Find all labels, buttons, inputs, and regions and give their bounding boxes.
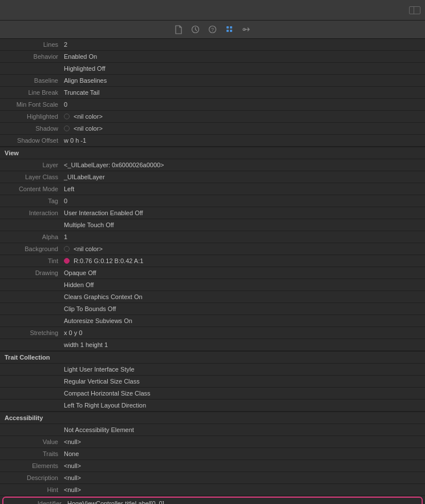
prop-value-field: Value <null> (0, 436, 425, 448)
svg-rect-5 (226, 30, 229, 32)
prop-value-elements: <null> (63, 461, 425, 471)
prop-tint: Tint R:0.76 G:0.12 B:0.42 A:1 (0, 255, 425, 267)
prop-label-shadow: Shadow (0, 123, 63, 134)
prop-label-identifier: Identifier (3, 498, 66, 504)
prop-elements: Elements <null> (0, 460, 425, 472)
prop-not-accessibility: Not Accessibility Element (0, 424, 425, 436)
prop-alpha: Alpha 1 (0, 231, 425, 243)
prop-label-highlighted-color: Highlighted (0, 111, 63, 122)
prop-lines: Lines 2 (0, 39, 425, 51)
prop-shadow-offset: Shadow Offset w 0 h -1 (0, 135, 425, 147)
svg-text:?: ? (211, 27, 214, 33)
prop-value-behavior: Enabled On (63, 51, 425, 62)
prop-label-traits: Traits (0, 449, 63, 459)
properties-list: Lines 2 Behavior Enabled On Highlighted … (0, 39, 425, 504)
tab-help[interactable]: ? (208, 25, 218, 35)
prop-clears-graphics: Clears Graphics Context On (0, 291, 425, 303)
prop-value-interaction: User Interaction Enabled Off (63, 208, 425, 218)
inspector-tab-bar: ? (0, 21, 425, 39)
prop-value-highlighted-color: <nil color> (63, 111, 425, 122)
prop-min-font-scale: Min Font Scale 0 (0, 99, 425, 111)
section-header-accessibility: Accessibility (0, 412, 425, 424)
prop-line-break: Line Break Truncate Tail (0, 87, 425, 99)
prop-label-shadow-offset: Shadow Offset (0, 135, 63, 146)
prop-label-description: Description (0, 473, 63, 483)
prop-label-alpha: Alpha (0, 232, 63, 242)
prop-layout-direction: Left To Right Layout Direction (0, 400, 425, 412)
toolbar (0, 0, 425, 21)
tab-attributes-inspector[interactable] (225, 25, 235, 35)
prop-label-stretching: Stretching (0, 328, 63, 338)
prop-value-layer: <_UILabelLayer: 0x6000026a0000> (63, 160, 425, 170)
prop-value-line-break: Truncate Tail (63, 87, 425, 98)
prop-highlighted-off: Highlighted Off (0, 63, 425, 75)
prop-description: Description <null> (0, 472, 425, 484)
prop-horizontal-size: Compact Horizontal Size Class (0, 388, 425, 400)
prop-label-tag: Tag (0, 196, 63, 206)
prop-label-elements: Elements (0, 461, 63, 471)
prop-value-alpha: 1 (63, 232, 425, 242)
prop-value-drawing: Opaque Off (63, 268, 425, 278)
prop-value-hidden: Hidden Off (63, 280, 425, 290)
tab-connections-inspector[interactable] (242, 25, 252, 35)
prop-stretching-xy: Stretching x 0 y 0 (0, 327, 425, 339)
prop-value-identifier: HogeViewController-titleLabel[0, 0] (66, 498, 422, 504)
prop-vertical-size: Regular Vertical Size Class (0, 376, 425, 388)
prop-value-stretching-wh: width 1 height 1 (63, 340, 425, 350)
prop-layer: Layer <_UILabelLayer: 0x6000026a0000> (0, 159, 425, 171)
prop-label-layer-class: Layer Class (0, 172, 63, 182)
prop-autoresize: Autoresize Subviews On (0, 315, 425, 327)
prop-value-stretching-xy: x 0 y 0 (63, 328, 425, 338)
section-header-trait: Trait Collection (0, 351, 425, 364)
prop-hidden: Hidden Off (0, 279, 425, 291)
prop-identifier: Identifier HogeViewController-titleLabel… (2, 497, 423, 504)
tab-history[interactable] (191, 25, 201, 35)
tab-file-inspector[interactable] (173, 25, 184, 35)
prop-interaction: Interaction User Interaction Enabled Off (0, 207, 425, 219)
prop-layer-class: Layer Class _UILabelLayer (0, 171, 425, 183)
prop-value-layout-direction: Left To Right Layout Direction (63, 400, 425, 410)
svg-rect-3 (226, 26, 229, 29)
prop-value-shadow-offset: w 0 h -1 (63, 135, 425, 146)
prop-label-value: Value (0, 437, 63, 447)
prop-drawing: Drawing Opaque Off (0, 267, 425, 279)
prop-value-hint: <null> (63, 485, 425, 495)
prop-value-background: <nil color> (63, 244, 425, 254)
svg-rect-4 (230, 26, 232, 29)
color-swatch-shadow (64, 126, 70, 131)
prop-baseline: Baseline Align Baselines (0, 75, 425, 87)
prop-behavior: Behavior Enabled On (0, 51, 425, 63)
color-swatch-highlighted (64, 114, 70, 119)
prop-value-traits: None (63, 449, 425, 459)
prop-label-min-font-scale: Min Font Scale (0, 99, 63, 110)
prop-value-clears-graphics: Clears Graphics Context On (63, 292, 425, 302)
prop-content-mode: Content Mode Left (0, 183, 425, 195)
prop-multiple-touch: Multiple Touch Off (0, 219, 425, 231)
prop-label-layer: Layer (0, 160, 63, 170)
prop-value-content-mode: Left (63, 184, 425, 194)
svg-rect-6 (230, 30, 232, 32)
prop-tag: Tag 0 (0, 195, 425, 207)
prop-label-drawing: Drawing (0, 268, 63, 278)
prop-value-description: <null> (63, 473, 425, 483)
prop-value-vertical-size: Regular Vertical Size Class (63, 376, 425, 386)
prop-value-highlighted-off: Highlighted Off (63, 63, 425, 74)
prop-label-line-break: Line Break (0, 87, 63, 98)
prop-value-clip-bounds: Clip To Bounds Off (63, 304, 425, 314)
prop-label-tint: Tint (0, 256, 63, 266)
prop-label-behavior: Behavior (0, 51, 63, 62)
prop-value-light-style: Light User Interface Style (63, 364, 425, 374)
prop-label-baseline: Baseline (0, 75, 63, 86)
prop-hint: Hint <null> (0, 484, 425, 496)
prop-value-lines: 2 (63, 39, 425, 50)
split-view-icon[interactable] (409, 6, 420, 14)
prop-traits: Traits None (0, 448, 425, 460)
prop-value-value: <null> (63, 437, 425, 447)
prop-value-shadow: <nil color> (63, 123, 425, 134)
prop-label-interaction: Interaction (0, 208, 63, 218)
prop-value-layer-class: _UILabelLayer (63, 172, 425, 182)
prop-value-tag: 0 (63, 196, 425, 206)
prop-value-not-accessibility: Not Accessibility Element (63, 425, 425, 435)
prop-clip-bounds: Clip To Bounds Off (0, 303, 425, 315)
prop-label-lines: Lines (0, 39, 63, 50)
